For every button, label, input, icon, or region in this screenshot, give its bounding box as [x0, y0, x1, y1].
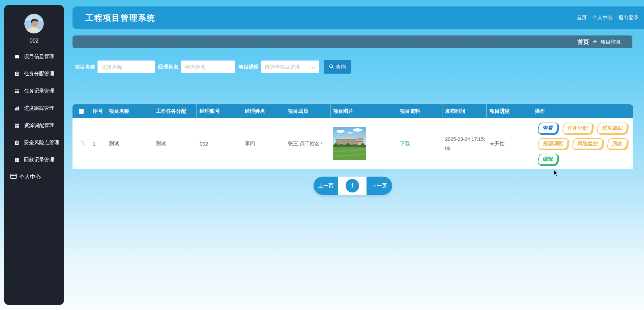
- select-all-cell: [72, 104, 90, 118]
- sidebar-item-progress-track[interactable]: 进度跟踪管理: [4, 100, 64, 117]
- sidebar-item-label: 任务分配管理: [24, 71, 54, 77]
- search-icon: [329, 64, 334, 70]
- pagination: 上一页 1 下一页: [314, 177, 392, 195]
- cell-publish-time: 2025-03-24 17:15:08: [442, 119, 487, 169]
- cell-name: 测试: [106, 119, 153, 169]
- project-table: 序号 项目名称 工作任务分配 经理账号 经理姓名 项目成员 项目图片 项目资料 …: [72, 104, 633, 169]
- sidebar-item-label: 安全风险点管理: [24, 139, 59, 146]
- project-name-input[interactable]: [97, 60, 155, 73]
- breadcrumb: 首页 项目信息: [578, 35, 621, 48]
- cell-progress: 未开始: [487, 119, 532, 169]
- col-header-name: 项目名称: [106, 104, 153, 118]
- cell-manager-name: 李四: [242, 119, 285, 169]
- col-header-task: 工作任务分配: [153, 104, 197, 118]
- table-header-row: 序号 项目名称 工作任务分配 经理账号 经理姓名 项目成员 项目图片 项目资料 …: [72, 104, 633, 118]
- topnav-logout-link[interactable]: 退出登录: [618, 15, 639, 21]
- filter-bar: 项目名称 经理姓名 项目进度 请选择项目进度 查询: [75, 60, 351, 74]
- mouse-cursor: [554, 170, 559, 178]
- manager-name-input[interactable]: [181, 60, 235, 73]
- current-page-button[interactable]: 1: [346, 179, 359, 192]
- cell-actions: 查看 任务分配 进度跟踪 资源调配 风险监控 回款 编辑: [532, 119, 633, 169]
- project-name-label: 项目名称: [75, 64, 95, 70]
- sidebar-username: 002: [4, 38, 64, 44]
- cell-index: 1: [90, 119, 106, 169]
- prev-page-button[interactable]: 上一页: [314, 177, 338, 195]
- clipboard-x-icon: [14, 71, 20, 77]
- select-all-checkbox[interactable]: [79, 109, 84, 114]
- sidebar-item-label: 项目信息管理: [24, 53, 54, 60]
- task-assign-button[interactable]: 任务分配: [562, 123, 593, 134]
- topnav-personal-link[interactable]: 个人中心: [592, 15, 613, 21]
- cell-manager-account: 002: [197, 119, 242, 169]
- publish-time-text: 2025-03-24 17:15:08: [445, 135, 487, 153]
- action-buttons: 查看 任务分配 进度跟踪 资源调配 风险监控 回款 编辑: [535, 119, 633, 169]
- sidebar-item-label: 资源调配管理: [24, 122, 54, 129]
- avatar[interactable]: [24, 14, 44, 33]
- bar-chart-icon: [14, 106, 20, 111]
- col-header-progress: 项目进度: [487, 104, 532, 118]
- clipboard-icon: [14, 140, 20, 146]
- sidebar-item-task-assign[interactable]: 任务分配管理: [4, 65, 64, 82]
- view-button[interactable]: 查看: [537, 123, 559, 134]
- sidebar-item-label: 回款记录管理: [24, 157, 54, 163]
- project-photo[interactable]: [333, 127, 366, 160]
- chevron-down-icon: [312, 64, 316, 70]
- progress-select[interactable]: 请选择项目进度: [261, 60, 319, 73]
- topnav-home-link[interactable]: 首页: [577, 15, 587, 21]
- sidebar-item-task-record[interactable]: 任务记录管理: [4, 82, 64, 100]
- cell-members: 张三,员工姓名7: [285, 119, 330, 169]
- sidebar-menu: 项目信息管理 任务分配管理 任务记录管理 进度跟踪管理 资源调配管理: [4, 48, 64, 169]
- next-page-button[interactable]: 下一页: [367, 177, 392, 195]
- table-row: 1 测试 测试 002 李四 张三,员工姓名7: [72, 118, 633, 169]
- col-header-manager-account: 经理账号: [197, 104, 242, 118]
- sidebar-item-resource[interactable]: 资源调配管理: [4, 117, 64, 134]
- sidebar-item-label: 任务记录管理: [24, 88, 54, 94]
- row-checkbox[interactable]: [79, 141, 84, 146]
- window-icon: [10, 173, 17, 181]
- search-button[interactable]: 查询: [324, 60, 351, 74]
- sidebar-item-safety-risk[interactable]: 安全风险点管理: [4, 134, 64, 151]
- sidebar-item-label: 进度跟踪管理: [24, 105, 54, 111]
- sidebar-item-personal-center[interactable]: 个人中心: [4, 169, 64, 185]
- briefcase-icon: [14, 54, 20, 59]
- col-header-actions: 操作: [532, 104, 633, 118]
- col-header-members: 项目成员: [285, 104, 330, 118]
- cell-task: 测试: [153, 119, 197, 169]
- col-header-image: 项目图片: [330, 104, 397, 118]
- breadcrumb-home-link[interactable]: 首页: [578, 38, 589, 46]
- app-header: 工程项目管理系统 首页 个人中心 退出登录: [72, 6, 644, 29]
- edit-button[interactable]: 编辑: [537, 154, 559, 165]
- cell-file: 下载: [397, 119, 442, 169]
- risk-monitor-button[interactable]: 风险监控: [572, 138, 604, 149]
- list-icon: [14, 88, 20, 94]
- top-nav: 首页 个人中心 退出登录: [577, 6, 639, 29]
- menu-lines-icon: [592, 39, 597, 45]
- breadcrumb-bar: 首页 项目信息: [72, 35, 633, 48]
- payment-button[interactable]: 回款: [607, 138, 628, 149]
- row-checkbox-cell: [72, 119, 90, 169]
- pagination-middle: 1: [338, 177, 367, 195]
- grid-icon: [14, 157, 20, 163]
- download-link[interactable]: 下载: [400, 140, 410, 147]
- cell-image: [330, 119, 397, 169]
- page-title: 工程项目管理系统: [85, 12, 155, 23]
- sidebar: 002 项目信息管理 任务分配管理 任务记录管理 进度跟踪管理: [4, 5, 64, 305]
- breadcrumb-current: 项目信息: [601, 39, 621, 45]
- col-header-index: 序号: [90, 104, 106, 118]
- progress-track-button[interactable]: 进度跟踪: [596, 123, 628, 134]
- manager-name-label: 经理姓名: [158, 64, 178, 70]
- progress-select-placeholder: 请选择项目进度: [265, 64, 300, 70]
- col-header-file: 项目资料: [397, 104, 442, 118]
- resource-button[interactable]: 资源调配: [537, 138, 569, 149]
- progress-label: 项目进度: [238, 64, 259, 70]
- sidebar-item-label: 个人中心: [19, 174, 41, 181]
- sidebar-item-project-info[interactable]: 项目信息管理: [4, 48, 64, 65]
- col-header-manager-name: 经理姓名: [242, 104, 285, 118]
- sidebar-item-payment-record[interactable]: 回款记录管理: [4, 151, 64, 169]
- col-header-publish-time: 发布时间: [442, 104, 487, 118]
- search-button-label: 查询: [336, 64, 346, 70]
- grid-icon: [14, 123, 20, 128]
